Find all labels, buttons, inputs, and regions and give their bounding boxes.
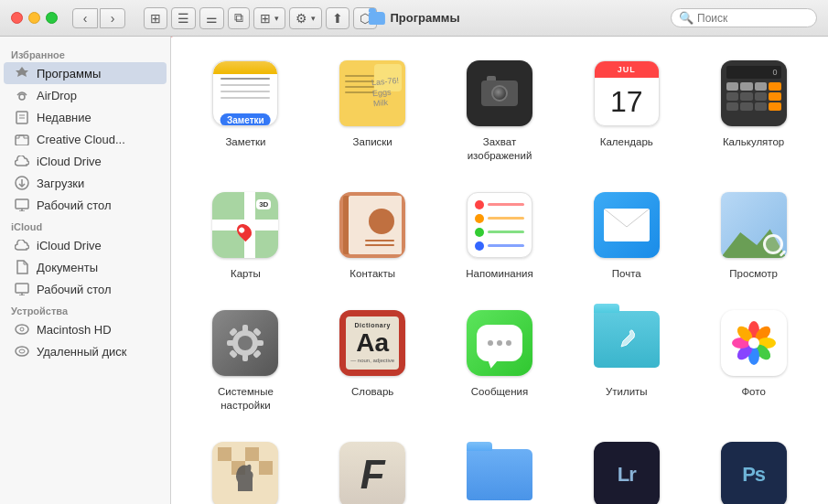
messages-label: Сообщения [471, 385, 528, 399]
sysprefs-icon [212, 310, 278, 376]
sidebar-item-recents[interactable]: Недавние [4, 106, 167, 128]
back-button[interactable]: ‹ [72, 8, 98, 28]
documents-icon [15, 260, 29, 274]
file-item-fontbook[interactable]: F [313, 433, 433, 504]
preview-loupe [763, 234, 783, 254]
reminder-item-2 [475, 214, 524, 223]
sidebar-item-desktop-fav[interactable]: Рабочий стол [4, 194, 167, 216]
file-item-sysprefs[interactable]: Системные настройки [186, 301, 306, 418]
file-item-dictionary[interactable]: Dictionary Aa — noun, adjective Словарь [313, 301, 433, 418]
contacts-label: Контакты [349, 267, 395, 281]
sidebar-item-remote-disk[interactable]: Удаленный диск [4, 340, 167, 362]
sidebar-label-recents: Недавние [37, 111, 91, 124]
sidebar-section-devices: Устройства [0, 300, 170, 318]
titlebar: ‹ › ⊞ ☰ ⚌ ⧉ ⊞ ▾ ⚙ ▾ ⬆ ⬡ Програ [0, 0, 828, 37]
message-bubble [477, 325, 522, 361]
sidebar-item-icloud-drive[interactable]: iCloud Drive [4, 234, 167, 256]
icloud-icon [15, 154, 29, 168]
action-button[interactable]: ⚙ ▾ [289, 7, 322, 29]
file-item-utilities[interactable]: Утилиты [566, 301, 686, 418]
lightroom-icon-wrap: Lr [590, 438, 663, 504]
map-badge: 3D [256, 199, 271, 209]
search-bar[interactable]: 🔍 [671, 8, 817, 27]
file-item-notes[interactable]: Заметки Заметки [186, 51, 306, 168]
sidebar-item-creative-cloud[interactable]: Creative Cloud... [4, 128, 167, 150]
close-button[interactable] [11, 12, 23, 24]
arrange-button[interactable]: ⊞ ▾ [253, 7, 285, 29]
mail-icon-wrap [590, 188, 663, 262]
desktop-icloud-icon [15, 282, 29, 296]
sidebar-item-documents[interactable]: Документы [4, 256, 167, 278]
sidebar-label-desktop-fav: Рабочий стол [37, 198, 112, 212]
reminder-dot-2 [475, 214, 484, 223]
sidebar-item-macintosh-hd[interactable]: Macintosh HD [4, 318, 167, 340]
icloud-drive-icon [15, 238, 29, 252]
file-item-messages[interactable]: Сообщения [440, 301, 560, 418]
file-item-photoshop[interactable]: Ps [694, 433, 813, 504]
dictionary-icon: Dictionary Aa — noun, adjective [339, 310, 405, 376]
window-title: Программы [390, 11, 459, 25]
reminder-dot-3 [475, 228, 484, 237]
sidebar-label-icloud-drive-fav: iCloud Drive [37, 155, 102, 168]
wrench-svg [614, 327, 640, 352]
file-item-calendar[interactable]: JUL 17 Календарь [566, 51, 686, 168]
svg-rect-10 [16, 284, 28, 293]
camera-lens [491, 85, 508, 102]
camera-body [481, 80, 518, 106]
stickies-line-2 [345, 80, 374, 82]
svg-rect-4 [16, 135, 28, 145]
sidebar-item-desktop-icloud[interactable]: Рабочий стол [4, 278, 167, 300]
sidebar-item-programs[interactable]: Программы [4, 62, 167, 84]
file-item-calculator[interactable]: 0 [694, 51, 813, 168]
share-button[interactable]: ⬆ [326, 7, 349, 29]
file-item-photos[interactable]: Фото [694, 301, 813, 418]
sidebar-label-macintosh-hd: Macintosh HD [37, 323, 112, 337]
sidebar-item-icloud-drive-fav[interactable]: iCloud Drive [4, 150, 167, 172]
file-item-lightroom[interactable]: Lr [566, 433, 686, 504]
sidebar-item-downloads[interactable]: Загрузки [4, 172, 167, 194]
svg-rect-41 [259, 447, 273, 461]
file-item-mail[interactable]: Почта [566, 183, 686, 286]
reminders-label: Напоминания [466, 267, 532, 281]
calc-btn-9 [726, 102, 739, 111]
dict-big-a: Aa [356, 330, 389, 356]
share-icon: ⬆ [332, 11, 343, 26]
icon-view-button[interactable]: ⊞ [144, 7, 167, 29]
sidebar-label-remote-disk: Удаленный диск [37, 345, 126, 359]
list-view-button[interactable]: ☰ [171, 7, 196, 29]
title-folder-icon [368, 12, 384, 25]
file-item-contacts[interactable]: Контакты [313, 183, 433, 286]
file-item-stickies[interactable]: Las-76! Eggs Milk Записки [313, 51, 433, 168]
calc-buttons [726, 82, 781, 111]
file-item-folder[interactable] [440, 433, 560, 504]
column-view-button[interactable]: ⚌ [199, 7, 224, 29]
photos-icon-wrap [717, 306, 790, 380]
maximize-button[interactable] [46, 12, 58, 24]
screenshot-label: Захват изображений [468, 135, 532, 163]
fontbook-letter: F [360, 452, 385, 498]
folder-icon-wrap [463, 438, 536, 504]
arrange-dropdown-icon: ▾ [274, 14, 279, 23]
notes-icon-wrap: Заметки [209, 57, 282, 130]
forward-button[interactable]: › [100, 8, 125, 28]
sidebar-item-airdrop[interactable]: AirDrop [4, 84, 167, 106]
file-item-preview[interactable]: Просмотр [694, 183, 813, 286]
file-item-maps[interactable]: 3D Карты [186, 183, 306, 286]
stickies-line-4 [345, 91, 374, 93]
sidebar-section-favorites: Избранное [0, 44, 170, 62]
calculator-icon: 0 [721, 60, 787, 126]
search-input[interactable] [697, 12, 809, 25]
svg-rect-39 [231, 447, 245, 461]
svg-rect-21 [227, 340, 234, 346]
coverflow-button[interactable]: ⧉ [228, 7, 250, 29]
minimize-button[interactable] [28, 12, 40, 24]
file-item-screenshot[interactable]: Захват изображений [440, 51, 560, 168]
file-item-reminders[interactable]: Напоминания [440, 183, 560, 286]
chess-icon-wrap [209, 438, 282, 504]
svg-point-15 [16, 347, 28, 356]
stickies-icon: Las-76! Eggs Milk [339, 60, 405, 126]
file-item-chess[interactable] [186, 433, 306, 504]
svg-point-27 [238, 336, 253, 350]
utilities-icon [594, 311, 660, 375]
calc-btn-4 [769, 82, 781, 91]
